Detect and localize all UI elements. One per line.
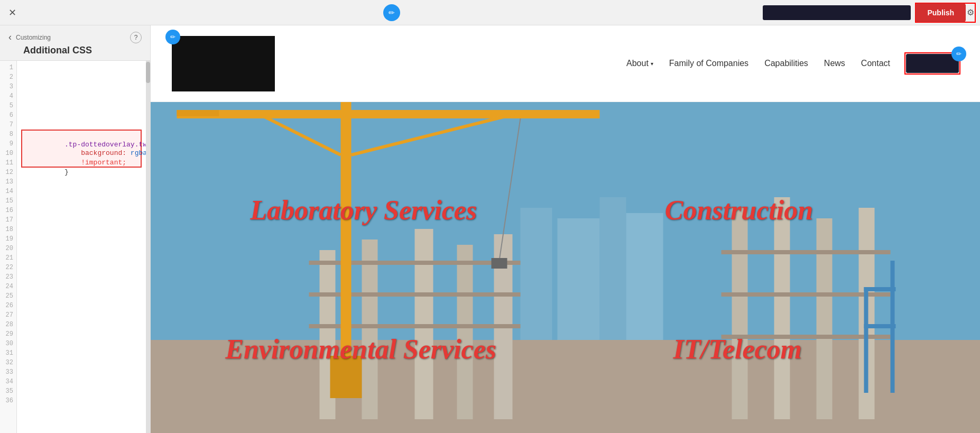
line-num-26: 26: [0, 301, 16, 310]
sidebar-header-left: ‹ Customizing Additional CSS: [8, 32, 92, 56]
code-line-4: [21, 91, 142, 101]
line-num-10: 10: [0, 149, 16, 158]
gear-icon: ⚙: [967, 8, 974, 17]
nav-cta-button[interactable]: [906, 54, 959, 73]
logo-box: [172, 36, 275, 91]
code-line-8: .tp-dottedoverlay.twoxtwo {: [21, 130, 142, 139]
nav-cta-wrapper: ✏: [906, 54, 959, 73]
line-num-9: 9: [0, 139, 16, 149]
nav-edit-icon[interactable]: ✏: [951, 47, 966, 61]
line-num-16: 16: [0, 206, 16, 215]
line-num-4: 4: [0, 91, 16, 101]
nav-family-label: Family of Companies: [669, 59, 748, 68]
close-button[interactable]: ✕: [4, 5, 20, 21]
line-num-6: 6: [0, 110, 16, 120]
preview-area: ✏ About ▾ Family of Companies Capabiliti…: [151, 25, 980, 433]
help-button[interactable]: ?: [130, 32, 142, 43]
line-num-32: 32: [0, 358, 16, 367]
line-num-18: 18: [0, 225, 16, 234]
hero-background: [151, 102, 980, 433]
main-layout: ‹ Customizing Additional CSS ? 1 2 3 4 5…: [0, 25, 980, 433]
edit-icon-top[interactable]: ✏: [383, 4, 400, 21]
line-num-5: 5: [0, 101, 16, 110]
panel-title: Additional CSS: [8, 45, 92, 56]
line-num-24: 24: [0, 282, 16, 291]
svg-rect-3: [600, 197, 626, 340]
code-line-17: [21, 225, 142, 234]
hero-section: Laboratory Services Construction Environ…: [151, 102, 980, 433]
code-line-1: [21, 63, 142, 72]
service-label-it: IT/Telecom: [673, 334, 802, 365]
line-num-28: 28: [0, 320, 16, 329]
line-num-11: 11: [0, 158, 16, 168]
svg-rect-22: [177, 110, 600, 118]
line-num-22: 22: [0, 263, 16, 272]
svg-rect-1: [521, 208, 552, 340]
svg-rect-16: [817, 218, 833, 419]
nav-capabilities[interactable]: Capabilities: [764, 59, 808, 68]
code-line-15: [21, 206, 142, 215]
nav-capabilities-label: Capabilities: [764, 59, 808, 68]
scrollbar-thumb[interactable]: [146, 62, 150, 83]
line-num-27: 27: [0, 310, 16, 320]
nav-contact[interactable]: Contact: [861, 59, 890, 68]
top-bar-right: Publish ⚙: [763, 3, 976, 23]
line-num-17: 17: [0, 215, 16, 225]
line-num-14: 14: [0, 187, 16, 196]
nav-about-label: About: [626, 59, 649, 68]
pencil-icon-logo: ✏: [170, 33, 175, 41]
service-label-env: Environmental Services: [225, 334, 496, 365]
code-line-13: [21, 187, 142, 196]
line-num-35: 35: [0, 386, 16, 396]
line-numbers: 1 2 3 4 5 6 7 8 9 10 11 12 13 14 15 16 1…: [0, 61, 17, 433]
code-line-6: [21, 110, 142, 120]
code-line-2: [21, 72, 142, 82]
line-num-33: 33: [0, 367, 16, 377]
service-label-construction: Construction: [665, 195, 813, 226]
line-num-25: 25: [0, 291, 16, 301]
line-num-34: 34: [0, 377, 16, 386]
svg-rect-14: [732, 208, 748, 419]
code-line-3: [21, 82, 142, 91]
code-line-16: [21, 215, 142, 225]
logo-area: ✏: [172, 36, 275, 91]
nav-family[interactable]: Family of Companies: [669, 59, 748, 68]
sidebar-nav: ‹ Customizing: [8, 32, 92, 43]
site-header: ✏ About ▾ Family of Companies Capabiliti…: [151, 25, 980, 102]
line-num-19: 19: [0, 234, 16, 244]
nav-news[interactable]: News: [824, 59, 845, 68]
pencil-icon-nav: ✏: [956, 50, 961, 58]
code-content[interactable]: .tp-dottedoverlay.twoxtwo { background: …: [17, 61, 146, 433]
svg-rect-23: [177, 110, 219, 116]
line-num-8: 8: [0, 130, 16, 139]
css-property: background:: [64, 149, 131, 157]
line-num-29: 29: [0, 329, 16, 339]
css-value: rgba(0, 0, 0, 0.5): [131, 149, 146, 157]
line-num-15: 15: [0, 196, 16, 206]
logo-edit-icon[interactable]: ✏: [165, 30, 180, 44]
nav-about[interactable]: About ▾: [626, 59, 653, 68]
code-line-5: [21, 101, 142, 110]
svg-rect-4: [626, 213, 663, 340]
svg-rect-29: [864, 287, 868, 393]
scrollbar-track[interactable]: [146, 61, 150, 433]
css-important: !important;: [64, 159, 126, 167]
svg-rect-25: [492, 258, 507, 269]
publish-btn-wrapper: Publish ⚙: [915, 3, 976, 23]
site-nav: About ▾ Family of Companies Capabilities…: [626, 54, 959, 73]
line-num-13: 13: [0, 177, 16, 187]
line-num-12: 12: [0, 168, 16, 177]
settings-button[interactable]: ⚙: [967, 7, 974, 17]
line-num-31: 31: [0, 348, 16, 358]
css-brace-close: }: [64, 168, 69, 176]
search-bar-dark: [763, 5, 911, 20]
chevron-down-icon: ▾: [651, 61, 653, 67]
svg-rect-21: [341, 102, 352, 366]
top-bar-center: ✏: [20, 4, 763, 21]
code-line-7: [21, 120, 142, 130]
pencil-icon: ✏: [389, 8, 395, 17]
back-button[interactable]: ‹: [8, 32, 12, 43]
publish-button[interactable]: Publish: [917, 4, 965, 21]
code-line-19: [21, 244, 142, 253]
css-selector: .tp-dottedoverlay.twoxtwo: [64, 141, 146, 149]
